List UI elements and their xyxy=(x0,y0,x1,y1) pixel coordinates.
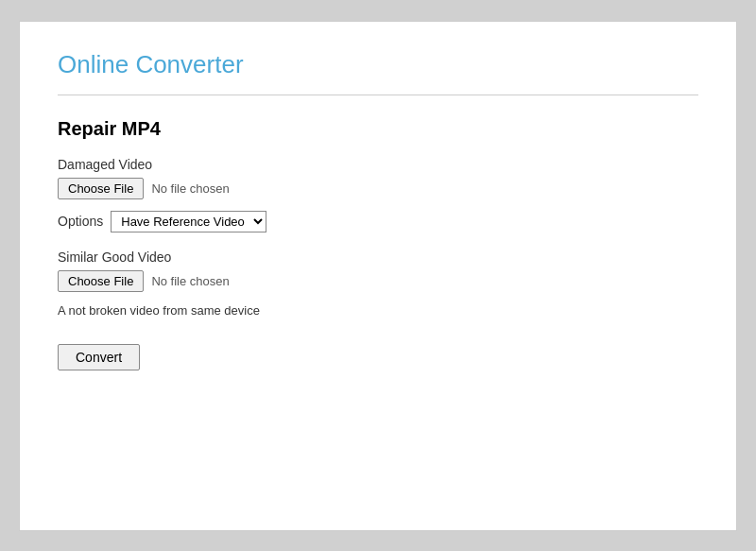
damaged-no-file-text: No file chosen xyxy=(151,181,229,196)
options-row: Options Have Reference Video No Referenc… xyxy=(58,211,698,232)
damaged-video-row: Choose File No file chosen xyxy=(58,178,698,199)
helper-text: A not broken video from same device xyxy=(58,303,698,318)
similar-video-row: Choose File No file chosen xyxy=(58,270,698,292)
options-select[interactable]: Have Reference Video No Reference Video xyxy=(111,211,266,232)
main-card: Online Converter Repair MP4 Damaged Vide… xyxy=(19,21,737,531)
options-label: Options xyxy=(58,214,103,229)
damaged-choose-file-button[interactable]: Choose File xyxy=(58,178,144,199)
similar-good-video-label: Similar Good Video xyxy=(58,250,698,265)
page-heading: Repair MP4 xyxy=(58,118,698,140)
damaged-video-label: Damaged Video xyxy=(58,157,698,172)
divider xyxy=(58,95,698,95)
convert-button[interactable]: Convert xyxy=(58,344,140,370)
similar-no-file-text: No file chosen xyxy=(151,274,229,288)
app-title: Online Converter xyxy=(58,50,698,79)
similar-choose-file-button[interactable]: Choose File xyxy=(58,270,144,292)
